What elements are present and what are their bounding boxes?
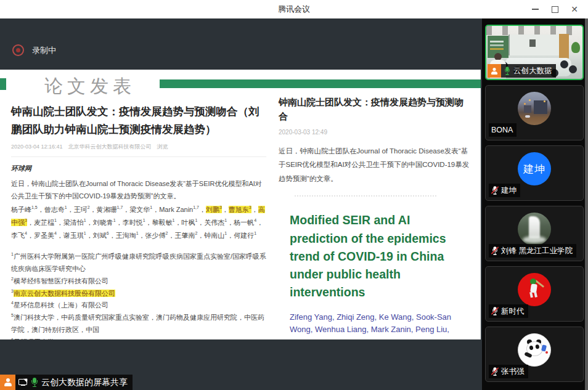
mic-muted-icon <box>492 246 498 255</box>
maximize-icon[interactable] <box>545 0 565 18</box>
author-name: 罗圣美4 <box>34 232 57 239</box>
screen-share-banner: 云创大数据的屏幕共享 <box>0 375 133 390</box>
author-name: 杨一帆4 <box>234 219 256 226</box>
author-name: 何建行1 <box>234 232 256 239</box>
shared-screen[interactable]: 论文发表 钟南山院士团队发文：疫情发展趋势与预测吻合（刘鹏团队助力钟南山院士预测… <box>0 70 481 339</box>
left-article-title: 钟南山院士团队发文：疫情发展趋势与预测吻合（刘鹏团队助力钟南山院士预测疫情发展趋… <box>11 103 266 139</box>
divider <box>295 195 436 197</box>
tencent-meeting-window: 腾讯会议 ✕ 录制中 论文发表 钟南山院士团队发文：疫情发展趋势与预测吻合（刘鹏… <box>0 0 588 390</box>
participant-label: 新时代 <box>489 304 528 318</box>
window-titlebar: 腾讯会议 ✕ <box>0 0 588 18</box>
author-name: 麦芷榅1 <box>34 219 57 226</box>
avatar <box>518 333 551 367</box>
author-name: 梁清怡1 <box>63 219 86 226</box>
participant-label: BONA <box>489 123 517 137</box>
participant-name: BONA <box>491 126 513 134</box>
author-name: 张少傅2 <box>145 232 168 239</box>
affiliation-line: 3南京云创大数据科技股份有限公司 <box>11 288 266 300</box>
author-name: 李飞4 <box>11 232 27 239</box>
author-name: 刘斌6 <box>93 232 109 239</box>
participants-sidebar: 云创大数据BONA建坤建坤刘锋 黑龙江工业学院新时代张书强 <box>482 18 588 390</box>
screen-share-icon <box>18 378 28 387</box>
author-name: 谢玉琪1 <box>63 232 86 239</box>
paper-title-english: Modified SEIR and AI prediction of the e… <box>290 211 466 301</box>
affiliation-line: 6昆明理工大学 <box>11 336 266 339</box>
record-dot-icon <box>12 44 24 56</box>
participant-label: 云创大数据 <box>488 64 556 78</box>
user-icon <box>488 64 501 78</box>
mic-muted-icon <box>492 367 498 376</box>
participant-label: 刘锋 黑龙江工业学院 <box>489 244 576 258</box>
author-name: Mark Zanin1,7 <box>159 206 199 213</box>
affiliation-line: 1广州医科大学附属第一医院广州呼吸健康研究院呼吸疾病国家重点实验室/国家呼吸系统… <box>11 251 266 275</box>
mic-muted-icon <box>492 186 498 195</box>
user-icon <box>0 375 15 390</box>
author-name: 王洵珣1 <box>116 232 139 239</box>
participant-tile[interactable]: 新时代 <box>485 266 584 322</box>
left-article-source: 环球网 <box>11 164 266 173</box>
author-name: 李时悦1 <box>123 219 145 226</box>
participant-tile[interactable]: 张书强 <box>485 327 584 382</box>
left-article-meta: 2020-03-04 12:16:41 北京华科云创大数据科技有限公司 浏览 <box>11 143 266 151</box>
author-name: 杨子峰1,5 <box>11 206 38 213</box>
paper-authors-english: Zifeng Yang, Zhiqi Zeng, Ke Wang, Sook-S… <box>290 311 466 339</box>
screen-share-label: 云创大数据的屏幕共享 <box>15 375 133 390</box>
participant-label: 建坤 <box>489 184 520 197</box>
left-article-affiliations: 1广州医科大学附属第一医院广州呼吸健康研究院呼吸疾病国家重点实验室/国家呼吸系统… <box>11 251 266 339</box>
participant-tile[interactable]: 云创大数据 <box>485 25 584 80</box>
participant-name: 建坤 <box>501 185 517 196</box>
mic-muted-icon <box>492 307 498 315</box>
participant-label: 张书强 <box>489 365 528 378</box>
participant-name: 云创大数据 <box>513 66 552 76</box>
author-name: 梁文华1 <box>129 206 152 213</box>
author-name: 刘晓青1 <box>93 219 116 226</box>
participant-tile[interactable]: BONA <box>485 85 584 140</box>
sidebar-scrollbar[interactable] <box>585 18 588 390</box>
page-title: 论文发表 <box>44 74 136 99</box>
left-article-authors: 杨子峰1,5，曾志奇1，王珂2，黄湘珊1,7，梁文华1，Mark Zanin1,… <box>11 203 266 242</box>
author-name: 王肇南2 <box>174 232 197 239</box>
author-name: 关伟杰1 <box>204 219 227 226</box>
affiliation-line: 2横琴经纬智慧医疗科技有限公司 <box>11 275 266 288</box>
divider <box>11 156 266 157</box>
mic-on-icon <box>31 378 38 388</box>
recording-indicator: 录制中 <box>12 44 56 56</box>
avatar <box>518 92 551 125</box>
screen-share-text: 云创大数据的屏幕共享 <box>41 377 128 388</box>
affiliation-line: 5澳门科技大学，中药质量研究国家重点实验室，澳门药物及健康应用研究院，中医药学院… <box>11 312 266 336</box>
header-green-square <box>0 78 6 90</box>
right-article-date: 2020-03-03 12:49 <box>279 129 472 136</box>
mic-on-icon <box>504 67 510 75</box>
recording-label: 录制中 <box>32 45 56 56</box>
close-icon[interactable]: ✕ <box>565 0 584 18</box>
right-article: 钟南山院士团队发文：疫情发展趋势与预测吻合 2020-03-03 12:49 近… <box>279 95 472 339</box>
author-name: 钟南山1 <box>204 232 227 239</box>
author-name: 黎毅敏1 <box>152 219 175 226</box>
author-name: 曾志奇1 <box>44 206 67 213</box>
window-title: 腾讯会议 <box>0 0 588 18</box>
left-article: 钟南山院士团队发文：疫情发展趋势与预测吻合（刘鹏团队助力钟南山院士预测疫情发展趋… <box>11 103 266 339</box>
avatar <box>518 273 551 306</box>
avatar <box>518 213 551 246</box>
author-name: 叶枫1 <box>181 219 197 226</box>
minimize-icon[interactable] <box>525 0 545 18</box>
author-name: 王珂2 <box>74 206 90 213</box>
left-article-intro: 近日，钟南山院士团队在Journal of Thoracic Disease发表… <box>11 177 266 203</box>
participant-name: 刘锋 黑龙江工业学院 <box>501 246 573 256</box>
header-green-bar <box>160 79 481 88</box>
affiliation-line: 4星环信息科技（上海）有限公司 <box>11 299 266 312</box>
participant-tile[interactable]: 刘锋 黑龙江工业学院 <box>485 206 584 261</box>
participant-tiles: 云创大数据BONA建坤建坤刘锋 黑龙江工业学院新时代张书强 <box>485 25 584 387</box>
participant-name: 张书强 <box>501 367 525 377</box>
author-name: 曹旭东3 <box>229 206 251 213</box>
avatar: 建坤 <box>518 152 551 185</box>
window-controls: ✕ <box>525 0 584 18</box>
participant-name: 新时代 <box>501 306 525 317</box>
meeting-stage: 录制中 论文发表 钟南山院士团队发文：疫情发展趋势与预测吻合（刘鹏团队助力钟南山… <box>0 18 482 390</box>
right-article-intro: 近日，钟南山院士团队在Journal of Thoracic Disease发表… <box>279 144 472 185</box>
author-name: 刘鹏3 <box>206 206 222 213</box>
right-article-title: 钟南山院士团队发文：疫情发展趋势与预测吻合 <box>279 95 472 123</box>
author-name: 黄湘珊1,7 <box>97 206 123 213</box>
participant-tile[interactable]: 建坤建坤 <box>485 145 584 201</box>
